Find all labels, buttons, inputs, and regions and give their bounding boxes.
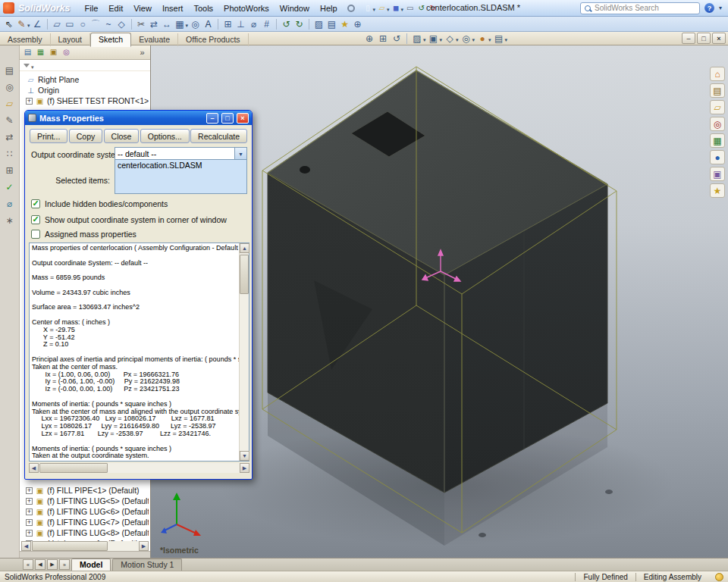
print-button[interactable]: Print... xyxy=(30,129,67,143)
dropdown-arrow-icon[interactable]: ▾ xyxy=(505,37,508,43)
tree-horizontal-scrollbar[interactable] xyxy=(21,541,149,551)
scroll-track[interactable] xyxy=(39,463,240,473)
assigned-mass-checkbox[interactable] xyxy=(31,230,40,239)
previous-view-icon[interactable]: ↺ xyxy=(390,33,403,45)
scroll-left-button[interactable] xyxy=(21,541,31,551)
appearances-scenes-icon[interactable]: ● xyxy=(710,150,725,164)
tree-item-origin[interactable]: Origin xyxy=(26,85,149,95)
scroll-track[interactable] xyxy=(31,541,139,551)
dropdown-arrow-icon[interactable] xyxy=(234,148,246,160)
scroll-down-button[interactable] xyxy=(240,451,249,461)
menu-insert[interactable]: Insert xyxy=(157,2,189,14)
dropdown-arrow-icon[interactable]: ▾ xyxy=(387,7,390,13)
restore-button[interactable] xyxy=(697,33,711,44)
dropdown-arrow-icon[interactable]: ▾ xyxy=(27,23,30,29)
file-explorer-icon[interactable]: ▱ xyxy=(710,100,725,114)
scroll-right-button[interactable] xyxy=(139,541,149,551)
zoom-fit-icon[interactable]: ⊕ xyxy=(362,33,376,45)
tree-filter-row[interactable] xyxy=(20,60,150,71)
exploded-view-icon[interactable]: ∗ xyxy=(3,214,17,227)
sketch-icon[interactable]: ✎ xyxy=(15,18,28,30)
tree-item-lifting-lug-8[interactable]: (f) LIFTING LUG<8> (Default) xyxy=(26,527,149,538)
dialog-minimize-button[interactable] xyxy=(206,113,218,124)
solidworks-search-icon[interactable]: ◎ xyxy=(710,117,725,131)
report-vertical-scrollbar[interactable] xyxy=(239,243,249,461)
tree-item-fill-pipe[interactable]: (f) FILL PIPE<1> (Default) xyxy=(26,485,149,496)
panel-chevron-icon[interactable]: » xyxy=(136,47,148,58)
menu-help[interactable]: Help xyxy=(315,2,343,14)
tab-assembly[interactable]: Assembly xyxy=(0,33,51,46)
move-component-icon[interactable]: ⇄ xyxy=(3,130,17,143)
expand-icon[interactable] xyxy=(26,519,33,526)
dropdown-arrow-icon[interactable]: ▾ xyxy=(186,23,189,29)
scroll-last-button[interactable] xyxy=(59,559,70,570)
check-icon[interactable]: ✓ xyxy=(3,180,17,193)
view-orientation-icon[interactable]: ▣ xyxy=(427,33,441,45)
tab-evaluate[interactable]: Evaluate xyxy=(131,33,178,46)
rectangle-icon[interactable]: ▭ xyxy=(64,18,77,30)
copy-button[interactable]: Copy xyxy=(69,129,103,143)
diameter-icon[interactable]: ⌀ xyxy=(247,18,260,30)
tab-layout[interactable]: Layout xyxy=(51,33,91,46)
text-icon[interactable]: A xyxy=(202,18,215,30)
undo-icon[interactable]: ↺ xyxy=(416,3,427,14)
close-dialog-button[interactable]: Close xyxy=(104,129,140,143)
edit-icon[interactable]: ✎ xyxy=(3,114,17,127)
tab-office-products[interactable]: Office Products xyxy=(178,33,249,46)
displaymanager-tab-icon[interactable]: ◎ xyxy=(61,47,72,58)
tree-item-lifting-lug-6[interactable]: (f) LIFTING LUG<6> (Default) xyxy=(26,506,149,517)
menu-photoworks[interactable]: PhotoWorks xyxy=(218,2,275,14)
expand-icon[interactable] xyxy=(26,98,33,105)
expand-icon[interactable] xyxy=(26,508,33,515)
hide-show-icon[interactable]: ◎ xyxy=(460,33,473,45)
expand-icon[interactable] xyxy=(26,498,33,505)
scroll-track[interactable] xyxy=(240,253,249,451)
trim-icon[interactable]: ✂ xyxy=(135,18,148,30)
selected-item[interactable]: centerlocation.SLDASM xyxy=(115,160,246,171)
grid-icon[interactable]: # xyxy=(260,18,273,30)
dropdown-arrow-icon[interactable]: ▾ xyxy=(440,37,443,43)
dialog-titlebar[interactable]: Mass Properties xyxy=(25,111,252,125)
custom-properties-icon[interactable]: ▣ xyxy=(710,167,725,181)
featuremanager-tab-icon[interactable]: ▤ xyxy=(22,47,33,58)
tree-item-right-plane[interactable]: Right Plane xyxy=(26,74,149,85)
recalculate-button[interactable]: Recalculate xyxy=(190,129,247,143)
menu-window[interactable]: Window xyxy=(275,2,315,14)
dropdown-arrow-icon[interactable]: ▾ xyxy=(423,37,426,43)
convert-entities-icon[interactable]: ⇄ xyxy=(148,18,161,30)
menu-edit[interactable]: Edit xyxy=(103,2,128,14)
pattern-icon[interactable]: ∷ xyxy=(3,147,17,160)
view-palette-icon[interactable]: ▦ xyxy=(710,133,725,148)
display-icon[interactable]: ▤ xyxy=(325,18,338,30)
pin-menu-icon[interactable] xyxy=(347,5,355,12)
section-icon[interactable]: ▨ xyxy=(312,18,325,30)
mate-icon[interactable]: ◎ xyxy=(3,80,17,93)
plane-tool-icon[interactable]: ⊞ xyxy=(221,18,234,30)
scroll-up-button[interactable] xyxy=(240,243,249,253)
folder-icon[interactable]: ▱ xyxy=(3,97,17,110)
help-icon[interactable] xyxy=(704,3,714,13)
filter-dropdown-icon[interactable] xyxy=(31,58,34,72)
menu-tools[interactable]: Tools xyxy=(188,2,218,14)
menu-file[interactable]: File xyxy=(80,2,104,14)
select-icon[interactable]: ⇖ xyxy=(2,18,15,30)
measure-icon[interactable]: ⌀ xyxy=(3,197,17,210)
dialog-close-button[interactable] xyxy=(237,113,249,124)
resources-home-icon[interactable]: ⌂ xyxy=(710,67,725,81)
print-icon[interactable]: ▭ xyxy=(404,3,416,14)
appearance-icon[interactable]: ● xyxy=(475,33,489,45)
tree-item-lifting-lug-5[interactable]: (f) LIFTING LUG<5> (Default) xyxy=(26,496,149,506)
zoom-icon[interactable]: ⊕ xyxy=(351,18,364,30)
expand-icon[interactable] xyxy=(26,487,33,494)
options-button[interactable]: Options... xyxy=(140,129,190,143)
tree-item-lifting-lug-7[interactable]: (f) LIFTING LUG<7> (Default) xyxy=(26,517,149,527)
undo-icon[interactable]: ↺ xyxy=(280,18,293,30)
design-library-icon[interactable]: ▤ xyxy=(710,83,725,98)
include-hidden-checkbox[interactable] xyxy=(31,199,40,208)
fillet-icon[interactable]: ◎ xyxy=(189,18,202,30)
quick-tips-icon[interactable] xyxy=(715,573,723,581)
zoom-area-icon[interactable]: ⊞ xyxy=(376,33,390,45)
pattern-icon[interactable]: ▦ xyxy=(174,18,187,30)
scroll-first-button[interactable] xyxy=(23,559,33,570)
circle-icon[interactable]: ○ xyxy=(77,18,89,30)
